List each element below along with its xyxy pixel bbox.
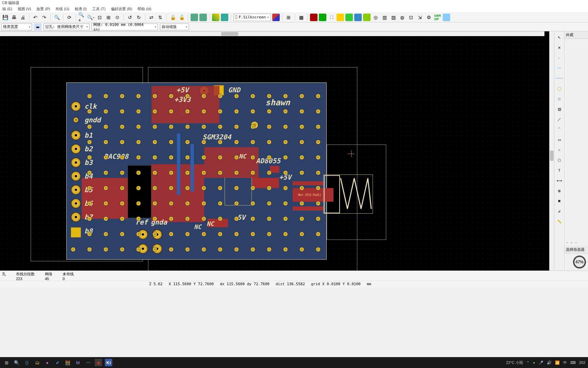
via[interactable] — [218, 216, 223, 221]
tray-net-icon[interactable]: 📶 — [555, 361, 560, 365]
render-fill-icon[interactable]: ◍ — [398, 14, 406, 21]
via[interactable] — [185, 186, 190, 190]
scrollbar-thumb[interactable] — [550, 151, 554, 161]
via[interactable] — [267, 109, 272, 114]
search-icon[interactable]: 🔍 — [13, 359, 20, 366]
via[interactable] — [120, 186, 125, 190]
via[interactable] — [250, 94, 255, 98]
render-text-icon[interactable] — [354, 14, 362, 21]
via[interactable] — [283, 232, 288, 236]
rotate-cw-icon[interactable]: ↻ — [135, 14, 143, 21]
via[interactable] — [316, 186, 321, 190]
copper-trace[interactable] — [293, 181, 323, 185]
via[interactable] — [169, 232, 174, 236]
add-via-icon[interactable]: ⊙ — [555, 95, 564, 103]
script-icon[interactable]: ▦ — [297, 14, 305, 21]
via[interactable] — [103, 232, 108, 236]
menu-edit[interactable]: 辑 (E) — [1, 6, 13, 12]
via[interactable] — [283, 124, 288, 129]
via[interactable] — [87, 232, 92, 236]
via[interactable] — [250, 232, 255, 236]
copper-trace[interactable] — [293, 206, 323, 211]
local-ratsnest-icon[interactable]: ⎓ — [555, 54, 564, 62]
pad-b3[interactable] — [71, 157, 81, 168]
windows-taskbar[interactable]: ⊞ 🔍 ⟨⟩ 🗂 ● ✔ 🧮 M 〰 ◉ Ki 22°C 小雨 ⌃ ● 🎤 🔊 … — [0, 357, 588, 368]
menu-place[interactable]: 放置 (P) — [35, 6, 51, 12]
horizontal-scrollbar[interactable] — [0, 31, 544, 36]
via[interactable] — [169, 155, 174, 160]
menu-prefs[interactable]: 偏好设置 (R) — [110, 6, 133, 12]
via[interactable] — [201, 124, 206, 129]
appearance-title[interactable]: 外观 — [565, 31, 588, 39]
via[interactable] — [234, 170, 239, 175]
via[interactable] — [201, 216, 206, 221]
redo-icon[interactable]: ↷ — [40, 14, 48, 21]
via[interactable] — [316, 170, 321, 175]
start-icon[interactable]: ⊞ — [3, 359, 10, 366]
via[interactable] — [267, 232, 272, 236]
via[interactable] — [169, 186, 174, 190]
gbr-icon[interactable]: GBRZIP — [434, 14, 441, 21]
via[interactable] — [283, 140, 288, 144]
calc-icon[interactable]: 🧮 — [64, 359, 71, 366]
render-dots-icon[interactable]: ⸬ — [328, 14, 335, 21]
via[interactable] — [250, 247, 255, 252]
via[interactable] — [299, 94, 304, 98]
settings-3d-icon[interactable]: ⚙ — [425, 14, 432, 21]
pad-clk[interactable] — [71, 101, 81, 111]
delete-icon[interactable]: ✖ — [555, 197, 564, 205]
via[interactable] — [152, 94, 157, 98]
add-text-icon[interactable]: T — [555, 166, 564, 174]
via[interactable] — [103, 155, 108, 160]
tune-length-icon[interactable]: ◯ — [555, 85, 564, 93]
render-zone-icon[interactable]: ▨ — [390, 14, 397, 21]
via[interactable] — [234, 155, 239, 160]
via[interactable] — [152, 155, 157, 160]
footprint-browser-icon[interactable] — [199, 14, 207, 21]
print-icon[interactable]: 🖶 — [10, 14, 18, 21]
via[interactable] — [185, 140, 190, 144]
via[interactable] — [283, 216, 288, 221]
via[interactable] — [234, 232, 239, 236]
via[interactable] — [152, 201, 157, 206]
mirror-icon[interactable]: ⇄ — [148, 14, 155, 21]
via[interactable] — [283, 170, 288, 175]
add-arc-icon[interactable]: ⌒ — [555, 125, 564, 134]
set-origin-icon[interactable]: ⊕ — [555, 187, 564, 195]
via[interactable] — [250, 109, 255, 114]
zoom-in-icon[interactable]: 🔍+ — [78, 14, 86, 21]
via[interactable] — [283, 155, 288, 160]
refresh-icon[interactable]: ⟳ — [66, 14, 73, 21]
scrollbar-thumb[interactable] — [221, 32, 238, 36]
via[interactable] — [185, 232, 190, 236]
via[interactable] — [136, 201, 141, 206]
via[interactable] — [103, 124, 108, 129]
via[interactable] — [234, 140, 239, 144]
via[interactable] — [234, 124, 239, 129]
unlock-icon[interactable]: 🔓 — [178, 14, 185, 21]
via[interactable] — [185, 170, 190, 175]
add-rect-icon[interactable]: ▭ — [555, 136, 564, 144]
pad-b4[interactable] — [71, 171, 81, 181]
via-size-select[interactable]: 过孔: 使用网络类尺寸 — [44, 24, 89, 30]
via[interactable] — [185, 201, 190, 206]
via[interactable] — [152, 216, 157, 221]
via[interactable] — [136, 140, 141, 144]
via[interactable] — [87, 247, 92, 252]
via[interactable] — [218, 186, 223, 190]
via[interactable] — [283, 94, 288, 98]
via[interactable] — [283, 247, 288, 252]
vscode-icon[interactable]: ⟨⟩ — [23, 359, 31, 366]
via[interactable] — [218, 247, 223, 252]
via[interactable] — [201, 140, 206, 144]
via[interactable] — [218, 140, 223, 144]
via[interactable] — [250, 124, 255, 129]
via[interactable] — [103, 201, 108, 206]
via[interactable] — [299, 155, 304, 160]
via[interactable] — [120, 201, 125, 206]
via[interactable] — [201, 201, 206, 206]
via[interactable] — [218, 155, 223, 160]
tray-ime-icon[interactable]: 中 — [563, 360, 567, 365]
tray-vol-icon[interactable]: 🔊 — [547, 361, 552, 365]
via[interactable] — [152, 170, 157, 175]
